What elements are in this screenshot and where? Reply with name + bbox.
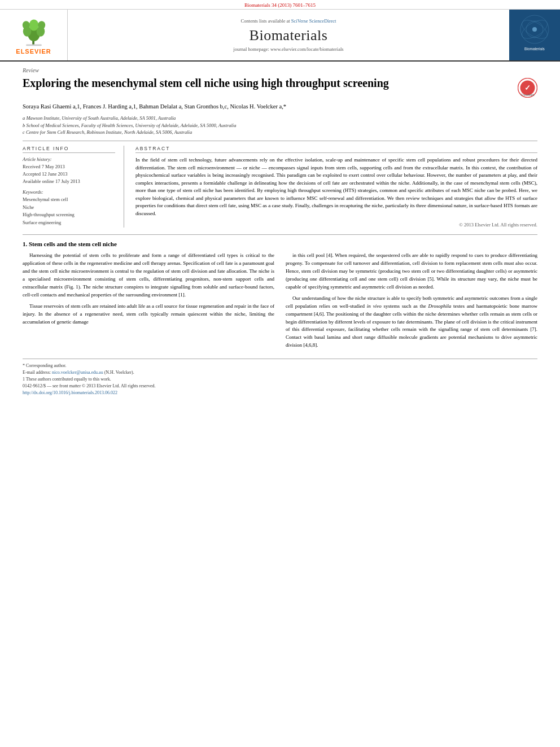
- copyright: © 2013 Elsevier Ltd. All rights reserved…: [135, 222, 537, 228]
- body-section: 1. Stem cells and the stem cell niche Ha…: [23, 234, 537, 353]
- article-info-panel: Article Info Article history: Received 7…: [23, 146, 124, 228]
- keywords-list: Mesenchymal stem cell Niche High-through…: [23, 196, 115, 226]
- body-two-col: Harnessing the potential of stem cells t…: [23, 252, 537, 353]
- section-number: 1.: [23, 241, 27, 247]
- keyword-2: Niche: [23, 204, 115, 212]
- svg-rect-7: [26, 44, 42, 46]
- elsevier-brand-text: ELSEVIER: [16, 48, 51, 55]
- elsevier-tree-icon: [14, 16, 54, 47]
- journal-title: Biomaterials: [250, 27, 328, 44]
- svg-point-5: [22, 21, 29, 29]
- right-para-1: in this cell pool [4]. When required, th…: [286, 252, 537, 291]
- footnote-corresponding: * Corresponding author.: [23, 362, 537, 369]
- info-abstract-section: Article Info Article history: Received 7…: [23, 146, 537, 228]
- journal-cover-image: Biomaterials: [509, 10, 560, 60]
- svg-point-6: [38, 21, 45, 29]
- article-type-label: Review: [23, 67, 537, 73]
- elsevier-logo: ELSEVIER: [14, 16, 54, 55]
- authors: Soraya Rasi Ghaemi a,1, Frances J. Hardi…: [23, 102, 537, 111]
- email-link[interactable]: nico.voelcker@unisa.edu.au: [52, 370, 103, 375]
- journal-header-center: Contents lists available at SciVerse Sci…: [68, 10, 509, 60]
- affiliation-b: b School of Medical Sciences, Faculty of…: [23, 122, 537, 129]
- body-right-col: in this cell pool [4]. When required, th…: [286, 252, 537, 353]
- crossmark-badge: ✓ CrossMark: [518, 78, 537, 98]
- svg-text:CrossMark: CrossMark: [520, 93, 535, 97]
- keywords-label: Keywords:: [23, 189, 115, 195]
- journal-cover: Biomaterials: [509, 10, 560, 60]
- footnote-section: * Corresponding author. E-mail address: …: [23, 359, 537, 396]
- svg-text:Biomaterials: Biomaterials: [524, 47, 545, 51]
- header-divider: [23, 141, 537, 141]
- right-para-2: Our understanding of how the niche struc…: [286, 295, 537, 350]
- sciverse-text: Contents lists available at SciVerse Sci…: [241, 18, 336, 24]
- keyword-4: Surface engineering: [23, 219, 115, 227]
- doi-link[interactable]: http://dx.doi.org/10.1016/j.biomaterials…: [23, 390, 117, 395]
- affiliation-a: a Mawson Institute, University of South …: [23, 115, 537, 122]
- journal-homepage: journal homepage: www.elsevier.com/locat…: [233, 46, 343, 52]
- journal-header: ELSEVIER Contents lists available at Sci…: [0, 10, 560, 62]
- accepted-date: Accepted 12 June 2013: [23, 171, 115, 178]
- footnote-issn: 0142-9612/$ — see front matter © 2013 El…: [23, 383, 537, 390]
- email-label: E-mail address:: [23, 370, 52, 375]
- elsevier-logo-section: ELSEVIER: [0, 10, 68, 60]
- article-info-header: Article Info: [23, 146, 115, 153]
- left-para-1: Harnessing the potential of stem cells t…: [23, 252, 274, 299]
- article-title-section: Exploring the mesenchymal stem cell nich…: [23, 76, 537, 98]
- history-label: Article history:: [23, 156, 115, 162]
- abstract-header: Abstract: [135, 146, 537, 153]
- article-title: Exploring the mesenchymal stem cell nich…: [23, 76, 512, 90]
- left-para-2: Tissue reservoirs of stem cells are reta…: [23, 303, 274, 326]
- abstract-text: In the field of stem cell technology, fu…: [135, 156, 537, 217]
- crossmark-icon: ✓ CrossMark: [518, 78, 537, 98]
- top-citation-bar: Biomaterials 34 (2013) 7601–7615: [0, 0, 560, 10]
- sciverse-prefix: Contents lists available at: [241, 18, 291, 24]
- received-date: Received 7 May 2013: [23, 163, 115, 171]
- section-title-text: Stem cells and the stem cell niche: [29, 241, 117, 247]
- body-left-col: Harnessing the potential of stem cells t…: [23, 252, 274, 353]
- available-online-date: Available online 17 July 2013: [23, 178, 115, 185]
- email-attribution: (N.H. Voelcker).: [104, 370, 134, 375]
- keyword-3: High-throughput screening: [23, 211, 115, 219]
- article-main: Review Exploring the mesenchymal stem ce…: [0, 62, 560, 402]
- svg-point-13: [532, 27, 537, 32]
- abstract-panel: Abstract In the field of stem cell techn…: [135, 146, 537, 228]
- svg-point-4: [29, 19, 38, 30]
- citation-text: Biomaterials 34 (2013) 7601–7615: [244, 2, 316, 8]
- cover-svg: Biomaterials: [509, 10, 560, 60]
- footnote-equal: 1 These authors contributed equally to t…: [23, 376, 537, 383]
- keyword-1: Mesenchymal stem cell: [23, 196, 115, 204]
- svg-rect-8: [509, 10, 560, 60]
- footnote-doi: http://dx.doi.org/10.1016/j.biomaterials…: [23, 390, 537, 396]
- author-names: Soraya Rasi Ghaemi a,1, Frances J. Hardi…: [23, 103, 286, 110]
- footnote-email: E-mail address: nico.voelcker@unisa.edu.…: [23, 369, 537, 376]
- article-dates: Received 7 May 2013 Accepted 12 June 201…: [23, 163, 115, 185]
- affiliations: a Mawson Institute, University of South …: [23, 115, 537, 136]
- section-1-title: 1. Stem cells and the stem cell niche: [23, 241, 537, 247]
- sciverse-link[interactable]: SciVerse ScienceDirect: [291, 18, 336, 24]
- affiliation-c: c Centre for Stem Cell Research, Robinso…: [23, 129, 537, 136]
- svg-text:✓: ✓: [524, 84, 531, 92]
